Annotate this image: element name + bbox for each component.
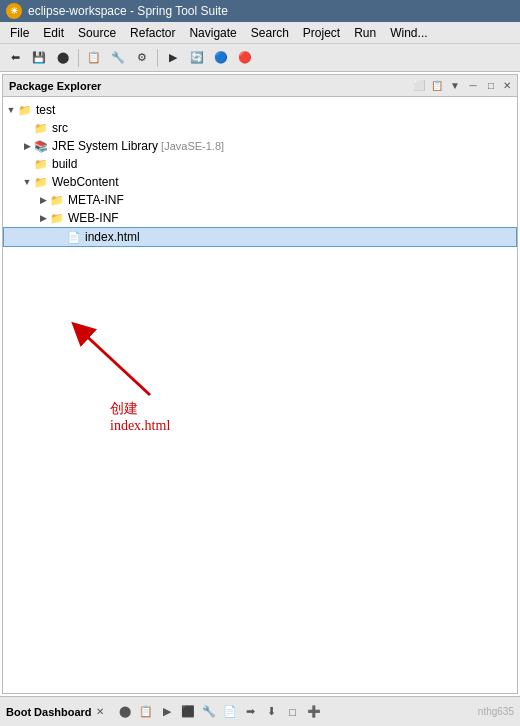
toolbar-btn-back[interactable]: ⬅ [4, 47, 26, 69]
toggle-webcontent[interactable]: ▼ [21, 177, 33, 187]
toolbar-btn-run[interactable]: ⬤ [52, 47, 74, 69]
label-webcontent: WebContent [52, 175, 119, 189]
icon-indexhtml: 📄 [66, 229, 82, 245]
toggle-webinf[interactable]: ▶ [37, 213, 49, 223]
title-bar: ☀ eclipse-workspace - Spring Tool Suite [0, 0, 520, 22]
bd-icon-document[interactable]: 📄 [221, 703, 239, 721]
toggle-jre[interactable]: ▶ [21, 141, 33, 151]
toggle-metainf[interactable]: ▶ [37, 195, 49, 205]
panel-icon-menu[interactable]: ▼ [447, 78, 463, 94]
toolbar-btn-error[interactable]: 🔴 [234, 47, 256, 69]
label-test: test [36, 103, 55, 117]
panel-header: Package Explorer ⬜ 📋 ▼ ─ □ ✕ [3, 75, 517, 97]
panel-close-button[interactable]: ✕ [503, 80, 511, 91]
panel-icon-maximize[interactable]: □ [483, 78, 499, 94]
toolbar-btn-refresh[interactable]: 🔄 [186, 47, 208, 69]
bd-icon-copy[interactable]: 📋 [137, 703, 155, 721]
boot-dashboard-panel: Boot Dashboard ✕ ⬤ 📋 ▶ ⬛ 🔧 📄 ➡ ⬇ □ ➕ nth… [0, 696, 520, 726]
label-indexhtml: index.html [85, 230, 140, 244]
toolbar-btn-stop[interactable]: 🔵 [210, 47, 232, 69]
bd-icon-settings[interactable]: 🔧 [200, 703, 218, 721]
label-src: src [52, 121, 68, 135]
toolbar-btn-settings[interactable]: ⚙ [131, 47, 153, 69]
label-build: build [52, 157, 77, 171]
toolbar-sep-3 [78, 49, 79, 67]
panel-toolbar-icons: ⬜ 📋 ▼ ─ □ [411, 78, 499, 94]
tree-node-metainf[interactable]: ▶📁META-INF [3, 191, 517, 209]
menu-item-edit[interactable]: Edit [37, 24, 70, 42]
toolbar-btn-copy[interactable]: 📋 [83, 47, 105, 69]
menu-item-file[interactable]: File [4, 24, 35, 42]
bd-icon-down[interactable]: ⬇ [263, 703, 281, 721]
toggle-test[interactable]: ▼ [5, 105, 17, 115]
menu-item-wind[interactable]: Wind... [384, 24, 433, 42]
panel-icon-minimize[interactable]: ─ [465, 78, 481, 94]
icon-webcontent: 📁 [33, 174, 49, 190]
tree-node-test[interactable]: ▼📁test [3, 101, 517, 119]
icon-test: 📁 [17, 102, 33, 118]
bd-icon-add[interactable]: ➕ [305, 703, 323, 721]
icon-jre: 📚 [33, 138, 49, 154]
toolbar-sep-6 [157, 49, 158, 67]
menu-item-refactor[interactable]: Refactor [124, 24, 181, 42]
main-area: Package Explorer ⬜ 📋 ▼ ─ □ ✕ ▼📁test📁src▶… [0, 72, 520, 696]
label-extra-jre: [JavaSE-1.8] [158, 140, 224, 152]
panel-icon-collapse[interactable]: ⬜ [411, 78, 427, 94]
bd-icon-forward[interactable]: ➡ [242, 703, 260, 721]
bd-icon-window[interactable]: □ [284, 703, 302, 721]
label-webinf: WEB-INF [68, 211, 119, 225]
watermark: nthg635 [478, 706, 514, 717]
tree-node-src[interactable]: 📁src [3, 119, 517, 137]
icon-metainf: 📁 [49, 192, 65, 208]
boot-dashboard-close[interactable]: ✕ [96, 706, 104, 717]
menu-item-run[interactable]: Run [348, 24, 382, 42]
toolbar-btn-debug[interactable]: ▶ [162, 47, 184, 69]
tree-node-webcontent[interactable]: ▼📁WebContent [3, 173, 517, 191]
menu-bar: FileEditSourceRefactorNavigateSearchProj… [0, 22, 520, 44]
bd-icon-start[interactable]: ▶ [158, 703, 176, 721]
boot-dashboard-toolbar: ⬤ 📋 ▶ ⬛ 🔧 📄 ➡ ⬇ □ ➕ [116, 703, 323, 721]
icon-src: 📁 [33, 120, 49, 136]
tree-area: ▼📁test📁src▶📚JRE System Library [JavaSE-1… [3, 97, 517, 693]
boot-dashboard-title: Boot Dashboard [6, 706, 92, 718]
window-title: eclipse-workspace - Spring Tool Suite [28, 4, 228, 18]
bd-icon-stop[interactable]: ⬛ [179, 703, 197, 721]
menu-item-navigate[interactable]: Navigate [183, 24, 242, 42]
menu-item-source[interactable]: Source [72, 24, 122, 42]
menu-item-search[interactable]: Search [245, 24, 295, 42]
toolbar-btn-save[interactable]: 💾 [28, 47, 50, 69]
toolbar-btn-build[interactable]: 🔧 [107, 47, 129, 69]
icon-build: 📁 [33, 156, 49, 172]
label-jre: JRE System Library [JavaSE-1.8] [52, 139, 224, 153]
panel-title: Package Explorer [9, 80, 407, 92]
app-icon: ☀ [6, 3, 22, 19]
tree-node-jre[interactable]: ▶📚JRE System Library [JavaSE-1.8] [3, 137, 517, 155]
icon-webinf: 📁 [49, 210, 65, 226]
tree-node-build[interactable]: 📁build [3, 155, 517, 173]
panel-icon-sync[interactable]: 📋 [429, 78, 445, 94]
tree-node-webinf[interactable]: ▶📁WEB-INF [3, 209, 517, 227]
toolbar: ⬅💾⬤📋🔧⚙▶🔄🔵🔴 [0, 44, 520, 72]
menu-item-project[interactable]: Project [297, 24, 346, 42]
label-metainf: META-INF [68, 193, 124, 207]
tree-node-indexhtml[interactable]: 📄index.html [3, 227, 517, 247]
package-explorer-panel: Package Explorer ⬜ 📋 ▼ ─ □ ✕ ▼📁test📁src▶… [2, 74, 518, 694]
bd-icon-run[interactable]: ⬤ [116, 703, 134, 721]
